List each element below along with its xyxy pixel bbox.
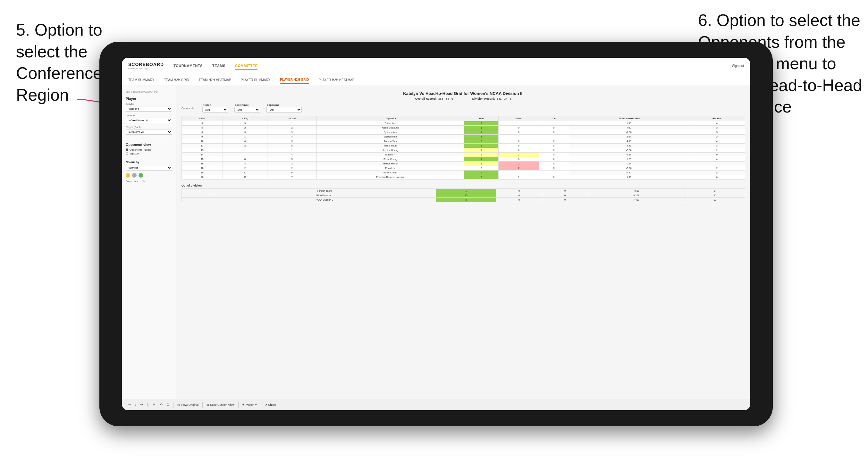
table-cell: 0 bbox=[539, 130, 569, 135]
logo-area: SCOREBOARD Powered by clippd bbox=[128, 62, 164, 70]
table-cell: 8 bbox=[222, 157, 268, 161]
save-label: Save Custom View bbox=[210, 403, 235, 406]
last-updated: Last Updated: 27/03/2024 (All) bbox=[126, 90, 172, 94]
table-cell: Alexis Sudjianto bbox=[316, 126, 464, 130]
radio-opponents-played[interactable]: Opponents Played bbox=[126, 148, 172, 151]
table-row: 1632Jessica Mason120-0.947 bbox=[182, 161, 745, 166]
colour-circles bbox=[126, 173, 172, 178]
subnav-team-h2h-heatmap[interactable]: TEAM H2H HEATMAP bbox=[199, 76, 231, 83]
toolbar-target[interactable]: ⊙ bbox=[166, 403, 169, 407]
table-cell: 6 bbox=[689, 175, 745, 180]
toolbar-back[interactable]: ↶ bbox=[160, 403, 162, 407]
ood-row: NAIA Division 115009.26730 bbox=[182, 193, 745, 198]
table-row: 633Sydney Kuo100-1.003 bbox=[182, 130, 745, 135]
share-label: Share bbox=[268, 403, 276, 406]
table-cell: 10 bbox=[222, 170, 268, 175]
subnav-player-h2h-heatmap[interactable]: PLAYER H2H HEATMAP bbox=[318, 76, 354, 83]
nav-item-tournaments[interactable]: TOURNAMENTS bbox=[174, 62, 203, 70]
table-cell: 20 bbox=[182, 175, 223, 180]
table-cell: 5 bbox=[268, 157, 316, 161]
gender-select[interactable]: Women's bbox=[126, 106, 172, 112]
ood-tie-cell: 0 bbox=[542, 193, 588, 198]
table-cell: Euna Lee bbox=[316, 166, 464, 170]
table-row: 1822Euna Lee020-5.002 bbox=[182, 166, 745, 170]
table-cell: 4 bbox=[268, 135, 316, 139]
toolbar-divider-1 bbox=[173, 402, 174, 408]
share-icon: ↗ bbox=[265, 403, 268, 406]
toolbar-save[interactable]: ⊞ Save Custom View bbox=[207, 403, 235, 406]
table-cell: 0 bbox=[499, 130, 539, 135]
circle-down bbox=[126, 173, 130, 178]
table-cell: 3 bbox=[689, 135, 745, 139]
division-record-label: Division Record: bbox=[472, 97, 495, 100]
panel-divider-2 bbox=[126, 158, 172, 158]
toolbar-copy[interactable]: ⎘ bbox=[147, 403, 149, 407]
table-cell: Sharon Mun bbox=[316, 135, 464, 139]
table-cell: 4 bbox=[464, 170, 499, 175]
ood-rounds-cell: 2 bbox=[685, 189, 745, 193]
nav-item-committee[interactable]: COMMITTEE bbox=[235, 62, 258, 70]
table-cell: 2 bbox=[268, 161, 316, 166]
table-cell: 18 bbox=[182, 166, 223, 170]
legend-down: Down bbox=[126, 180, 131, 182]
filter-group-conference: Conference (All) bbox=[235, 103, 260, 113]
ood-row: Foreign Team1004.5002 bbox=[182, 189, 745, 193]
subnav-player-summary[interactable]: PLAYER SUMMARY bbox=[241, 76, 270, 83]
subnav-player-h2h-grid[interactable]: PLAYER H2H GRID bbox=[280, 76, 309, 84]
toolbar-undo[interactable]: ↩ bbox=[128, 403, 131, 407]
subnav-team-h2h-grid[interactable]: TEAM H2H GRID bbox=[164, 76, 189, 83]
table-cell: 0 bbox=[499, 139, 539, 144]
nav-sign-out[interactable]: | Sign out bbox=[731, 64, 744, 68]
division-select[interactable]: NCAA Division III bbox=[126, 118, 172, 123]
table-cell: 2 bbox=[222, 126, 268, 130]
ood-tie-cell: 0 bbox=[542, 198, 588, 202]
toolbar-redo[interactable]: ↪ bbox=[140, 403, 143, 407]
record-row: Overall Record: 353 - 34 - 6 Division Re… bbox=[182, 97, 745, 100]
toolbar-divider-2 bbox=[202, 402, 203, 408]
toolbar-prev[interactable]: ‹ bbox=[135, 403, 136, 407]
player-section-title: Player bbox=[126, 97, 172, 101]
colour-by-select[interactable]: Win/loss bbox=[126, 165, 172, 170]
table-cell bbox=[499, 135, 539, 139]
table-cell: Esther Lee bbox=[316, 121, 464, 126]
toolbar-share[interactable]: ↗ Share bbox=[265, 403, 276, 406]
table-cell: Jessica Mason bbox=[316, 161, 464, 166]
table-cell: 3 bbox=[268, 139, 316, 144]
toolbar-divider-3 bbox=[238, 402, 239, 408]
table-cell: 1 bbox=[222, 148, 268, 153]
radio-top100[interactable]: Top 100 bbox=[126, 152, 172, 155]
table-cell: -5.00 bbox=[569, 166, 689, 170]
table-cell bbox=[539, 135, 569, 139]
ood-rounds-cell: 10 bbox=[685, 198, 745, 202]
player-rank-label: Player (Rank) bbox=[126, 126, 172, 128]
toolbar-view[interactable]: ◎ View: Original bbox=[177, 403, 198, 406]
table-cell: 7 bbox=[689, 161, 745, 166]
table-cell: 3 bbox=[222, 130, 268, 135]
table-cell: 6 bbox=[222, 139, 268, 144]
nav-item-teams[interactable]: TEAMS bbox=[212, 62, 225, 70]
toolbar-watch[interactable]: 👁 Watch ▾ bbox=[242, 403, 257, 406]
table-cell: 3.33 bbox=[569, 144, 689, 148]
table-cell: 3 bbox=[689, 144, 745, 148]
conference-select[interactable]: (All) bbox=[235, 107, 260, 113]
table-cell: 13 bbox=[182, 148, 223, 153]
th-tie: Tie bbox=[539, 116, 569, 121]
table-cell: 1.33 bbox=[569, 175, 689, 180]
overall-record: Overall Record: 353 - 34 - 6 bbox=[415, 97, 453, 100]
table-cell: 5 bbox=[182, 126, 223, 130]
main-content: Last Updated: 27/03/2024 (All) Player Ge… bbox=[122, 86, 750, 399]
opponent-select[interactable]: (All) bbox=[267, 107, 302, 113]
table-cell: 4.00 bbox=[569, 126, 689, 130]
table-row: 1474Eunice Yi2200.389 bbox=[182, 153, 745, 157]
subnav-team-summary[interactable]: TEAM SUMMARY bbox=[128, 76, 155, 83]
player-rank-select[interactable]: 8. Katelyn Vo bbox=[126, 129, 172, 135]
table-row: 522Alexis Sudjianto1004.003 bbox=[182, 126, 745, 130]
table-cell: Jessica Huang bbox=[316, 148, 464, 153]
table-cell: Federica Domecq Lacroze bbox=[316, 175, 464, 180]
region-select[interactable]: (All) bbox=[202, 107, 228, 113]
table-cell: 6 bbox=[182, 130, 223, 135]
tablet-device: SCOREBOARD Powered by clippd TOURNAMENTS… bbox=[99, 42, 773, 426]
toolbar-cut[interactable]: ✂ bbox=[153, 403, 156, 407]
table-cell: 0 bbox=[539, 153, 569, 157]
ood-tie-cell: 0 bbox=[542, 189, 588, 193]
